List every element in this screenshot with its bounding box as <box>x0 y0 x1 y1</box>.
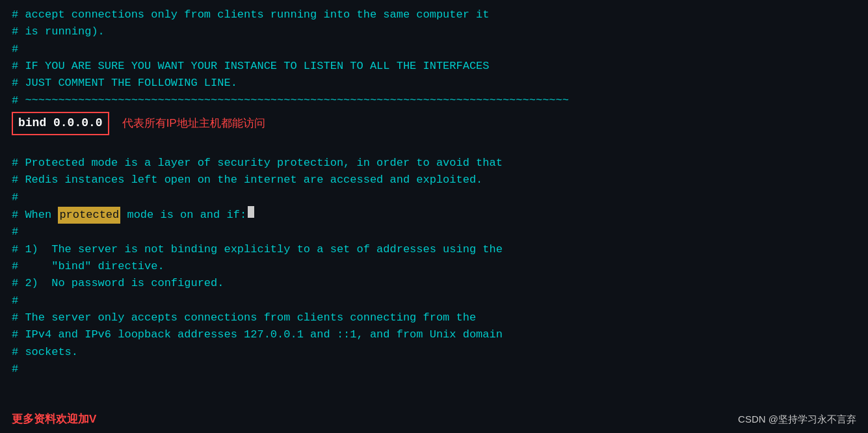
line-20: # <box>12 361 856 378</box>
line-10: # <box>12 189 856 206</box>
comment-text: # Protected mode is a layer of security … <box>12 155 503 172</box>
comment-text: # sockets. <box>12 344 78 361</box>
line-6: # ~~~~~~~~~~~~~~~~~~~~~~~~~~~~~~~~~~~~~~… <box>12 92 856 109</box>
comment-after: mode is on and if: <box>120 207 246 224</box>
comment-text: # Redis instances left open on the inter… <box>12 172 482 189</box>
text-cursor <box>248 206 254 218</box>
footer-right-text: CSDN @坚持学习永不言弃 <box>738 412 856 426</box>
comment-text: # 2) No password is configured. <box>12 275 224 292</box>
line-16: # <box>12 293 856 309</box>
line-1: # accept connections only from clients r… <box>12 7 856 23</box>
comment-text: # ~~~~~~~~~~~~~~~~~~~~~~~~~~~~~~~~~~~~~~… <box>12 92 569 109</box>
empty-line <box>12 138 856 155</box>
line-12: # <box>12 224 856 241</box>
comment-text: # IF YOU ARE SURE YOU WANT YOUR INSTANCE… <box>12 58 490 75</box>
line-2: # is running). <box>12 23 856 40</box>
comment-text: # <box>12 361 18 378</box>
line-14: # "bind" directive. <box>12 258 856 275</box>
bind-line: bind 0.0.0.0 代表所有IP地址主机都能访问 <box>12 112 856 135</box>
comment-text: # The server only accepts connections fr… <box>12 309 476 326</box>
comment-text: # 1) The server is not binding explicitl… <box>12 241 503 258</box>
line-4: # IF YOU ARE SURE YOU WANT YOUR INSTANCE… <box>12 58 856 75</box>
comment-text: # <box>12 224 18 241</box>
line-15: # 2) No password is configured. <box>12 275 856 292</box>
comment-text: # <box>12 293 18 309</box>
bind-annotation: 代表所有IP地址主机都能访问 <box>122 115 265 132</box>
bind-value: bind 0.0.0.0 <box>12 112 109 135</box>
comment-text: # "bind" directive. <box>12 258 164 275</box>
footer-left-text: 更多资料欢迎加V <box>12 411 96 428</box>
line-highlight: # When protected mode is on and if: <box>12 206 856 224</box>
highlighted-protected: protected <box>58 207 120 224</box>
line-18: # IPv4 and IPv6 loopback addresses 127.0… <box>12 326 856 343</box>
code-container: # accept connections only from clients r… <box>0 0 868 433</box>
comment-text: # <box>12 189 18 206</box>
line-5: # JUST COMMENT THE FOLLOWING LINE. <box>12 75 856 92</box>
line-17: # The server only accepts connections fr… <box>12 309 856 326</box>
line-3: # <box>12 41 856 58</box>
comment-text: # JUST COMMENT THE FOLLOWING LINE. <box>12 75 237 92</box>
line-19: # sockets. <box>12 344 856 361</box>
comment-text: # IPv4 and IPv6 loopback addresses 127.0… <box>12 326 503 343</box>
comment-text: # <box>12 41 18 58</box>
line-13: # 1) The server is not binding explicitl… <box>12 241 856 258</box>
comment-before: # When <box>12 207 58 224</box>
comment-text: # accept connections only from clients r… <box>12 7 490 23</box>
line-9: # Redis instances left open on the inter… <box>12 172 856 189</box>
footer: 更多资料欢迎加V CSDN @坚持学习永不言弃 <box>0 411 868 428</box>
comment-text: # is running). <box>12 23 105 40</box>
line-8: # Protected mode is a layer of security … <box>12 155 856 172</box>
